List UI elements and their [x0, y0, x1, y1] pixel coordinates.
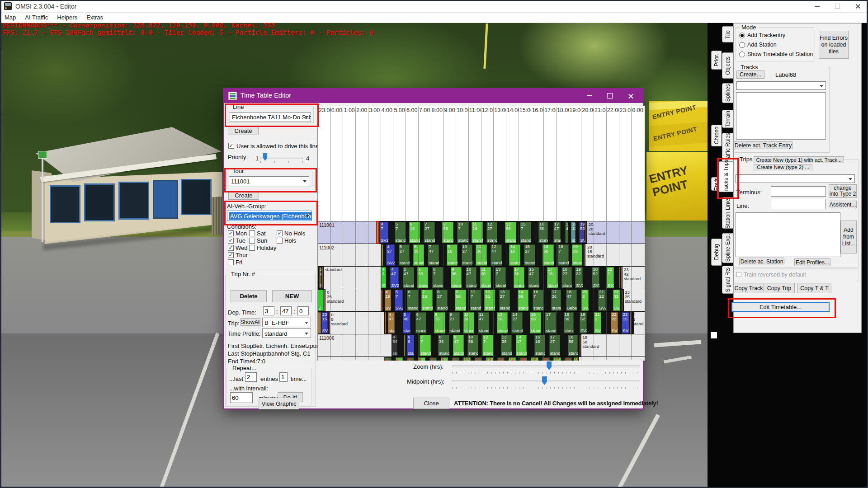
midpoint-slider-thumb[interactable] [542, 376, 547, 385]
trip-block[interactable]: 5 [407, 357, 414, 361]
trip-block[interactable]: 4 [396, 357, 403, 361]
line-create-button[interactable]: Create [228, 127, 259, 135]
trip-block[interactable] [630, 312, 631, 333]
trip-block[interactable] [318, 312, 321, 333]
tracks-listbox[interactable] [736, 92, 826, 140]
trip-block[interactable]: 2315SVZ [622, 312, 629, 333]
priority-slider-thumb[interactable] [263, 153, 267, 161]
trip-block[interactable]: 1952SVZ [580, 312, 587, 333]
trip-block[interactable] [621, 267, 622, 288]
timetable-row[interactable]: 44567891012131414151616171819 [318, 357, 645, 361]
trip-block[interactable]: 1636standard [538, 222, 548, 243]
trip-block[interactable] [584, 244, 585, 266]
trip-block[interactable]: 14 [497, 357, 505, 361]
trip-block[interactable]: 527standard [399, 244, 410, 266]
trip-block[interactable]: 419SVZ [385, 290, 391, 311]
trip-block[interactable]: 1836standard [564, 312, 574, 333]
trip-block[interactable]: 1336standard [501, 335, 512, 356]
condition-checkbox-thur[interactable]: ✓ [228, 252, 234, 258]
trip-block[interactable]: 616standard [409, 222, 420, 243]
condition-checkbox-wed[interactable]: ✓ [228, 245, 234, 251]
trip-block[interactable] [324, 290, 325, 311]
copy-track-button[interactable]: Copy Track [733, 283, 764, 293]
trip-block[interactable]: 1547standard [528, 267, 539, 288]
trip-block[interactable]: 14 [509, 357, 516, 361]
delete-button[interactable]: Delete [231, 290, 267, 302]
trip-block[interactable]: 87standard [432, 267, 443, 288]
view-graphic-button[interactable]: View Graphic [259, 398, 299, 409]
trip-block[interactable]: 647standard [415, 312, 427, 333]
trip-block[interactable]: 8 [441, 357, 448, 361]
trip-block[interactable]: 17 [553, 357, 561, 361]
trip-block[interactable]: 1436standard [514, 267, 525, 288]
timetable-graph[interactable]: 23:000:001:002:003:004:005:006:007:008:0… [317, 106, 645, 361]
trip-block[interactable]: 1556standard [530, 312, 541, 333]
condition-checkbox-no-hols[interactable]: ✓ [277, 230, 283, 236]
trip-block[interactable]: 1427standard [511, 312, 523, 333]
trip-block[interactable]: 1416standard [509, 244, 520, 266]
stations-listbox[interactable] [736, 212, 840, 257]
trip-block[interactable]: 1916standard [572, 244, 582, 266]
trip-block[interactable]: 43SV. [381, 267, 386, 288]
trip-block[interactable]: 1156standard [480, 267, 491, 288]
trip-block[interactable]: 2122SVZ [598, 290, 605, 311]
trip-block[interactable]: 1056standard [467, 335, 479, 356]
trip-block[interactable]: 187standard [557, 244, 569, 266]
trip-block[interactable]: 747standard [428, 244, 439, 266]
trip-block[interactable]: 1716standard [547, 267, 558, 288]
trip-block[interactable]: 1327standard [499, 290, 510, 311]
trip-block[interactable]: 2232SVZ [613, 290, 620, 311]
train-reversed-checkbox[interactable] [736, 272, 741, 277]
trip-block[interactable]: 1456standard [518, 290, 529, 311]
trip-block[interactable]: 1656standard [542, 244, 554, 266]
trip-block[interactable]: 447SVZ [390, 267, 398, 288]
trips-combo[interactable] [736, 174, 855, 183]
trip-block[interactable] [329, 312, 330, 333]
trip-block[interactable]: 57SVZ [395, 290, 403, 311]
trip-block[interactable]: 927standard [449, 312, 460, 333]
trip-block[interactable]: 16 [542, 357, 549, 361]
trip-block[interactable]: 212SVZ [594, 312, 601, 333]
condition-checkbox-sun[interactable] [249, 238, 255, 244]
tab-terrain[interactable]: Terrain [722, 110, 733, 128]
trip-block[interactable]: 1227standard [486, 222, 498, 243]
dep-min-input[interactable] [280, 306, 292, 315]
line-combo[interactable]: Eichenhoehe TA11 Mo-Do Schule [230, 112, 311, 122]
trip-block[interactable]: 222SVZ [607, 267, 614, 288]
tab-tile[interactable]: Tile [722, 26, 733, 42]
trip-block[interactable]: 547standard [403, 267, 414, 288]
trip-block[interactable]: 67standard [407, 290, 418, 311]
trip-block[interactable]: 447stand [388, 312, 395, 333]
trip-block[interactable]: 1527standard [524, 244, 535, 266]
trip-block[interactable]: 66standa [407, 335, 414, 356]
repeat-interval-input[interactable] [230, 392, 253, 403]
trip-block[interactable]: 1827standard [561, 267, 572, 288]
trip-block[interactable]: 1047standard [466, 267, 477, 288]
tab-tracks-trips[interactable]: Tracks & Trips [718, 161, 733, 192]
new-button[interactable]: NEW [272, 290, 312, 302]
condition-checkbox-hols[interactable] [277, 238, 283, 244]
trip-block[interactable]: 47SVZ [380, 222, 388, 243]
trip-block[interactable]: 15 [519, 357, 527, 361]
line-input[interactable] [771, 199, 826, 209]
trip-block[interactable]: 827standard [436, 290, 448, 311]
trip-block[interactable]: 1953SVZ [579, 222, 584, 243]
trip-block[interactable]: 1912sta [571, 222, 576, 243]
trip-block[interactable]: 1036standard [463, 312, 475, 333]
edit-timetable-button[interactable]: Edit Timetable... [731, 302, 830, 312]
trip-block[interactable] [318, 267, 319, 288]
trip-block[interactable]: 1216standard [484, 290, 495, 311]
trip-block[interactable]: 947standard [453, 335, 464, 356]
trip-block[interactable]: 456stand [392, 335, 397, 356]
timetable-row[interactable]: 11100134s47SVZ57standard616standard727st… [318, 221, 645, 244]
dep-sec-input[interactable] [297, 306, 309, 315]
trip-block[interactable]: 1027standard [462, 244, 473, 266]
timetable-row[interactable]: 111006456stand55s66standa77standard836st… [318, 334, 645, 357]
trip-block[interactable] [622, 290, 623, 311]
create-new-type2-button[interactable]: Create New (type 2) ... [754, 164, 812, 170]
menu-map[interactable]: Map [0, 13, 20, 21]
trip-block[interactable]: 117standard [470, 290, 481, 311]
trip-block[interactable]: 1727standard [549, 335, 561, 356]
zoom-slider-track[interactable] [452, 365, 640, 367]
maximize-button[interactable] [827, 0, 848, 12]
